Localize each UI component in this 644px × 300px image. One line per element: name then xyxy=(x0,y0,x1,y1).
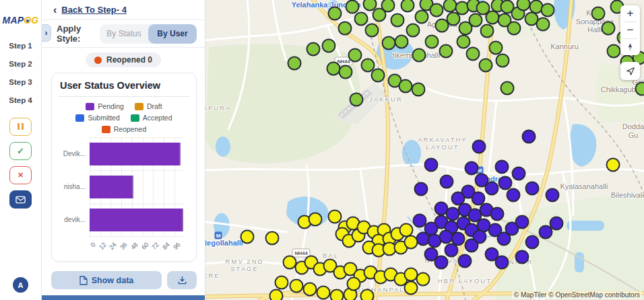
map-marker-green[interactable] xyxy=(399,79,413,93)
map-canvas[interactable]: Yelahanka JunctionAgrahara LaBellarKada … xyxy=(205,0,644,300)
map-marker-green[interactable] xyxy=(338,22,352,36)
map-marker-yellow[interactable] xyxy=(416,272,430,287)
map-marker-purple[interactable] xyxy=(515,250,529,264)
map-marker-purple[interactable] xyxy=(440,175,454,189)
map-marker-green[interactable] xyxy=(307,42,321,57)
map-marker-purple[interactable] xyxy=(485,182,499,196)
map-marker-green[interactable] xyxy=(496,54,510,68)
map-marker-purple[interactable] xyxy=(525,182,540,196)
map-marker-green[interactable] xyxy=(365,24,379,38)
map-marker-purple[interactable] xyxy=(413,214,427,228)
map-marker-purple[interactable] xyxy=(472,140,486,154)
show-data-button[interactable]: Show data xyxy=(51,271,162,289)
map-marker-purple[interactable] xyxy=(515,215,529,229)
map-marker-green[interactable] xyxy=(371,69,385,83)
map-marker-green[interactable] xyxy=(406,24,420,38)
panel-collapse-toggle[interactable]: › xyxy=(42,24,51,42)
zoom-out-button[interactable]: − xyxy=(620,22,640,38)
download-button[interactable] xyxy=(167,271,197,289)
approve-button[interactable]: ✓ xyxy=(9,142,32,160)
map-marker-green[interactable] xyxy=(479,59,493,73)
map-marker-green[interactable] xyxy=(489,41,503,55)
map-marker-yellow[interactable] xyxy=(303,283,317,297)
map-marker-green[interactable] xyxy=(354,12,368,26)
panel-bottom-bar[interactable] xyxy=(42,295,205,300)
map-marker-green[interactable] xyxy=(322,39,336,53)
sidebar-step-1[interactable]: Step 1 xyxy=(9,42,32,50)
sidebar-step-4[interactable]: Step 4 xyxy=(9,96,32,104)
map-marker-green[interactable] xyxy=(501,81,515,96)
map-marker-purple[interactable] xyxy=(424,158,439,172)
map-marker-purple[interactable] xyxy=(525,235,540,250)
map-marker-green[interactable] xyxy=(288,57,302,71)
map-marker-green[interactable] xyxy=(457,35,471,49)
map-marker-green[interactable] xyxy=(602,22,616,36)
chart-x-tick-label: 36 xyxy=(119,241,129,251)
map-marker-purple[interactable] xyxy=(495,160,509,174)
map-marker-purple[interactable] xyxy=(546,188,560,202)
map-marker-green[interactable] xyxy=(469,13,483,28)
map-marker-yellow[interactable] xyxy=(404,235,418,250)
map-marker-green[interactable] xyxy=(350,93,364,107)
map-marker-purple[interactable] xyxy=(522,130,536,144)
map-marker-yellow[interactable] xyxy=(290,279,304,293)
map-marker-purple[interactable] xyxy=(490,207,505,221)
style-option-by-user[interactable]: By User xyxy=(148,24,197,44)
map-marker-green[interactable] xyxy=(536,17,550,32)
map-marker-green[interactable] xyxy=(430,3,444,17)
sidebar-step-2[interactable]: Step 2 xyxy=(9,60,32,68)
sidebar-step-3[interactable]: Step 3 xyxy=(9,78,32,86)
map-marker-purple[interactable] xyxy=(434,256,449,270)
map-marker-yellow[interactable] xyxy=(360,289,375,300)
map-marker-purple[interactable] xyxy=(512,167,526,181)
map-marker-purple[interactable] xyxy=(507,188,521,202)
map-marker-purple[interactable] xyxy=(495,256,509,270)
map-marker-yellow[interactable] xyxy=(309,213,323,227)
style-option-by-status[interactable]: By Status xyxy=(100,24,148,44)
map-marker-yellow[interactable] xyxy=(606,158,620,172)
map-marker-purple[interactable] xyxy=(465,161,479,176)
map-marker-green[interactable] xyxy=(635,82,644,96)
mail-button[interactable] xyxy=(9,190,32,209)
map-marker-green[interactable] xyxy=(412,48,426,63)
compass-button[interactable] xyxy=(620,39,640,55)
map-attribution[interactable]: © MapTiler © OpenStreetMap contributors xyxy=(512,291,642,299)
map-marker-green[interactable] xyxy=(339,65,353,79)
map-marker-green[interactable] xyxy=(466,47,480,61)
map-marker-purple[interactable] xyxy=(539,225,553,239)
legend-swatch xyxy=(86,103,94,110)
map-marker-green[interactable] xyxy=(480,24,494,38)
map-marker-green[interactable] xyxy=(395,35,409,49)
map-marker-purple[interactable] xyxy=(414,182,428,196)
map-marker-green[interactable] xyxy=(591,7,606,21)
map-marker-yellow[interactable] xyxy=(265,231,280,246)
map-marker-green[interactable] xyxy=(328,7,342,21)
map-marker-green[interactable] xyxy=(507,22,521,36)
map-marker-purple[interactable] xyxy=(458,254,472,268)
zoom-in-button[interactable]: + xyxy=(620,5,640,22)
map-marker-green[interactable] xyxy=(391,13,405,28)
map-marker-yellow[interactable] xyxy=(269,289,284,300)
locate-button[interactable] xyxy=(620,62,640,80)
user-avatar[interactable]: A xyxy=(13,277,28,293)
map-marker-green[interactable] xyxy=(541,3,555,17)
map-marker-green[interactable] xyxy=(439,44,453,59)
back-to-step-link[interactable]: Back To Step- 4 xyxy=(61,5,127,15)
map-marker-purple[interactable] xyxy=(465,239,479,253)
pause-button[interactable] xyxy=(9,118,32,136)
map-marker-green[interactable] xyxy=(425,35,439,49)
reject-button[interactable]: ✕ xyxy=(9,166,32,184)
map-marker-green[interactable] xyxy=(412,83,426,97)
map-marker-yellow[interactable] xyxy=(347,277,361,291)
map-marker-purple[interactable] xyxy=(445,243,459,258)
map-marker-green[interactable] xyxy=(607,44,621,59)
map-marker-green[interactable] xyxy=(346,0,360,14)
map-marker-yellow[interactable] xyxy=(275,276,289,290)
map-marker-yellow[interactable] xyxy=(330,289,344,300)
map-marker-yellow[interactable] xyxy=(317,286,331,300)
map-marker-green[interactable] xyxy=(415,10,429,24)
map-marker-green[interactable] xyxy=(382,36,396,50)
map-marker-yellow[interactable] xyxy=(240,230,255,244)
map-marker-green[interactable] xyxy=(348,48,362,63)
map-marker-yellow[interactable] xyxy=(404,281,418,295)
